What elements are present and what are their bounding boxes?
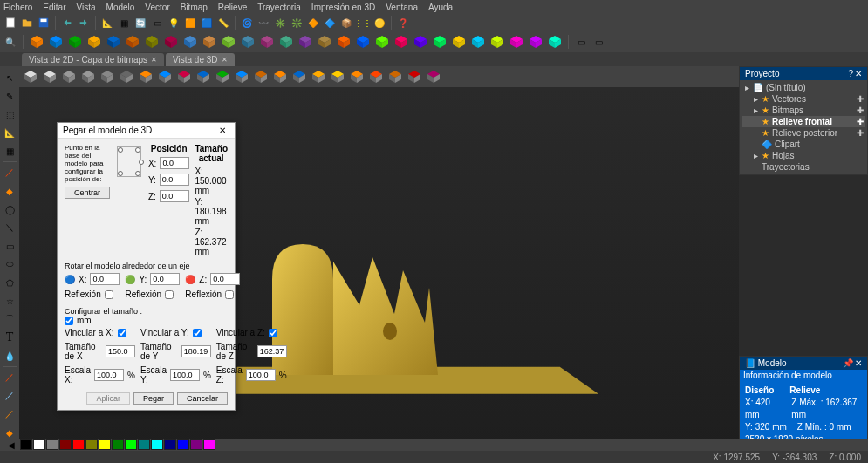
3d-spark-icon[interactable]: ❇️: [290, 16, 304, 30]
relief-tool-18[interactable]: [374, 34, 390, 50]
vp-tool-20[interactable]: [407, 69, 422, 85]
relief-tool-12[interactable]: [259, 34, 275, 50]
link-z-check[interactable]: [269, 329, 277, 337]
circle-icon[interactable]: ◯: [2, 201, 17, 217]
tree-bitmaps[interactable]: ▸★Bitmaps✚: [742, 105, 865, 116]
vp-tool-1[interactable]: [42, 69, 58, 85]
redo-icon[interactable]: [77, 16, 91, 30]
ellipse-icon[interactable]: ⬭: [2, 256, 17, 272]
size-x-input[interactable]: [106, 345, 135, 357]
size-y-input[interactable]: [181, 345, 211, 357]
node-edit-icon[interactable]: ✎: [2, 88, 17, 104]
star-icon[interactable]: ☆: [2, 293, 17, 309]
help-icon[interactable]: ?: [848, 69, 853, 78]
text-icon[interactable]: T: [2, 330, 17, 345]
pos-y-input[interactable]: [160, 174, 189, 186]
tree-relieve-frontal[interactable]: ★Relieve frontal✚: [742, 116, 865, 127]
rotate-icon[interactable]: 🔄: [133, 16, 147, 30]
relief-tool-5[interactable]: [125, 34, 140, 50]
close-icon[interactable]: ✕: [855, 69, 862, 78]
swatch-12[interactable]: [177, 439, 189, 450]
swatch-14[interactable]: [203, 439, 215, 450]
cancel-button[interactable]: Cancelar: [177, 392, 228, 405]
vp-tool-14[interactable]: [291, 69, 307, 85]
vp-tool-18[interactable]: [368, 69, 384, 85]
relief-tool-11[interactable]: [240, 34, 256, 50]
model-panel-header[interactable]: 📘 Modelo 📌✕: [740, 357, 867, 370]
size-z-input[interactable]: [257, 345, 287, 357]
measure2-icon[interactable]: 📐: [2, 125, 17, 140]
pen-icon[interactable]: ／: [2, 165, 17, 180]
menu-impresion3d[interactable]: Impresión en 3D: [311, 3, 375, 12]
relief-tool-24[interactable]: [489, 34, 505, 50]
relief-tool-2[interactable]: [67, 34, 83, 50]
menu-vector[interactable]: Vector: [145, 3, 169, 12]
relief-tool-15[interactable]: [317, 34, 332, 50]
relief-tool-14[interactable]: [297, 34, 313, 50]
swatch-4[interactable]: [72, 439, 85, 450]
menu-relieve[interactable]: Relieve: [218, 3, 247, 12]
swatch-7[interactable]: [112, 439, 124, 450]
vp-tool-15[interactable]: [311, 69, 326, 85]
relief-tool-6[interactable]: [144, 34, 160, 50]
close-icon[interactable]: ✕: [855, 358, 862, 368]
reflect-x-check[interactable]: [105, 290, 113, 299]
scale-y-input[interactable]: [170, 369, 200, 381]
grid-icon[interactable]: ▦: [117, 16, 131, 30]
transform-icon[interactable]: ⬚: [2, 106, 17, 122]
relief-tool-19[interactable]: [393, 34, 409, 50]
swatch-13[interactable]: [190, 439, 202, 450]
vp-tool-4[interactable]: [99, 69, 115, 85]
scale-z-input[interactable]: [246, 369, 276, 381]
close-icon[interactable]: ✕: [222, 56, 228, 64]
anchor-selector[interactable]: [117, 146, 141, 177]
swatch-9[interactable]: [138, 439, 150, 450]
tree-clipart[interactable]: 🔷Clipart: [742, 139, 865, 150]
smudge-icon[interactable]: ／: [2, 406, 17, 422]
menu-bitmap[interactable]: Bitmap: [181, 3, 208, 12]
help-icon[interactable]: ❓: [396, 16, 410, 30]
relief-tool-9[interactable]: [202, 34, 217, 50]
3d-layer-icon[interactable]: 🔷: [323, 16, 337, 30]
relief-tool-4[interactable]: [106, 34, 121, 50]
pos-x-input[interactable]: [160, 157, 189, 169]
menu-ayuda[interactable]: Ayuda: [428, 3, 453, 12]
menu-editar[interactable]: Editar: [43, 3, 65, 12]
vp-tool-2[interactable]: [61, 69, 77, 85]
relief-tool-8[interactable]: [182, 34, 198, 50]
relief-tool-21[interactable]: [432, 34, 448, 50]
dialog-titlebar[interactable]: Pegar el modelo de 3D ✕: [58, 123, 235, 139]
vp-tool-6[interactable]: [138, 69, 154, 85]
measure-icon[interactable]: 📐: [100, 16, 114, 30]
select-icon[interactable]: ↖: [2, 70, 17, 85]
relief-tool-17[interactable]: [355, 34, 371, 50]
reflect-z-check[interactable]: [225, 290, 234, 299]
material-icon[interactable]: 🟧: [183, 16, 197, 30]
vp-tool-0[interactable]: [23, 69, 38, 85]
align-icon[interactable]: 📏: [216, 16, 230, 30]
swatch-6[interactable]: [99, 439, 111, 450]
pos-z-input[interactable]: [160, 190, 189, 202]
menu-modelo[interactable]: Modelo: [106, 3, 135, 12]
relief-tool-27[interactable]: [547, 34, 563, 50]
swatch-10[interactable]: [151, 439, 163, 450]
relief-tool-20[interactable]: [413, 34, 428, 50]
grid2-icon[interactable]: ▦: [2, 143, 17, 159]
vp-tool-8[interactable]: [176, 69, 192, 85]
rot-z-input[interactable]: [210, 273, 240, 285]
swatch-3[interactable]: [59, 439, 72, 450]
close-icon[interactable]: ✕: [215, 126, 229, 135]
3d-dots-icon[interactable]: ⋮⋮: [356, 16, 370, 30]
close-icon[interactable]: ✕: [151, 56, 157, 64]
new-icon[interactable]: [3, 16, 17, 30]
undo-icon[interactable]: [60, 16, 74, 30]
relief-tool-10[interactable]: [221, 34, 236, 50]
relief-tool-23[interactable]: [470, 34, 486, 50]
rect-icon[interactable]: ▭: [2, 238, 17, 254]
scale-x-input[interactable]: [94, 369, 124, 381]
vp-tool-9[interactable]: [195, 69, 211, 85]
save-icon[interactable]: [37, 16, 51, 30]
window-split-icon[interactable]: ▭: [574, 35, 588, 49]
3d-star-icon[interactable]: ✳️: [273, 16, 287, 30]
box-icon[interactable]: ▭: [150, 16, 164, 30]
